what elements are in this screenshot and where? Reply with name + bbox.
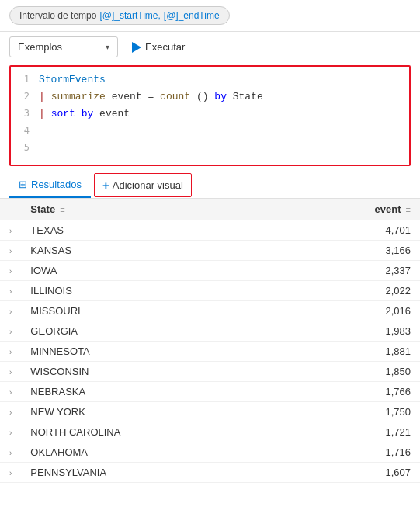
code-content-2: | summarize event = count () by State [39, 91, 263, 102]
time-interval-pill[interactable]: Intervalo de tempo [@]_startTime, [@]_en… [9, 6, 230, 25]
chevron-right-icon: › [9, 247, 12, 255]
code-content-1: StormEvents [39, 74, 106, 85]
state-cell: KANSAS [21, 241, 286, 261]
state-cell: NEW YORK [21, 402, 286, 422]
state-col-label: State [30, 203, 55, 215]
expander-header [0, 199, 21, 220]
expand-cell[interactable]: › [0, 442, 21, 463]
event-cell: 1,850 [286, 362, 420, 382]
chevron-right-icon: › [9, 429, 12, 437]
play-icon [132, 42, 141, 53]
state-cell: NORTH CAROLINA [21, 422, 286, 442]
code-editor[interactable]: 1 StormEvents 2 | summarize event = coun… [9, 65, 411, 166]
line-number-2: 2 [11, 91, 39, 102]
chevron-right-icon: › [9, 267, 12, 276]
table-row: › NEBRASKA 1,766 [0, 382, 420, 402]
chevron-right-icon: › [9, 227, 12, 235]
start-param: [@]_startTime, [99, 10, 160, 21]
expand-cell[interactable]: › [0, 241, 21, 261]
results-container: State ≡ event ≡ › TEXAS 4,701 [0, 199, 420, 483]
line-number-5: 5 [11, 142, 39, 153]
tab-results-label: Resultados [31, 179, 82, 190]
state-cell: NEBRASKA [21, 382, 286, 402]
event-filter-icon[interactable]: ≡ [406, 205, 411, 214]
plus-icon: + [102, 179, 109, 192]
state-cell: MINNESOTA [21, 342, 286, 362]
time-bar: Intervalo de tempo [@]_startTime, [@]_en… [0, 0, 420, 32]
table-row: › WISCONSIN 1,850 [0, 362, 420, 382]
code-line-2: 2 | summarize event = count () by State [11, 90, 409, 107]
col-header-state[interactable]: State ≡ [21, 199, 286, 220]
event-cell: 1,716 [286, 442, 420, 463]
chevron-right-icon: › [9, 449, 12, 457]
state-cell: OKLAHOMA [21, 442, 286, 463]
results-table: State ≡ event ≡ › TEXAS 4,701 [0, 199, 420, 483]
event-cell: 2,016 [286, 301, 420, 321]
expand-cell[interactable]: › [0, 261, 21, 281]
code-line-1: 1 StormEvents [11, 73, 409, 90]
expand-cell[interactable]: › [0, 281, 21, 301]
code-content-3: | sort by event [39, 108, 130, 120]
table-row: › MISSOURI 2,016 [0, 301, 420, 321]
dropdown-label: Exemplos [18, 41, 62, 53]
event-cell: 1,607 [286, 463, 420, 483]
event-cell: 1,881 [286, 342, 420, 362]
event-cell: 4,701 [286, 220, 420, 241]
event-col-label: event [375, 203, 401, 215]
line-number-1: 1 [11, 74, 39, 85]
chevron-down-icon: ▾ [106, 43, 109, 51]
state-cell: WISCONSIN [21, 362, 286, 382]
expand-cell[interactable]: › [0, 382, 21, 402]
run-label: Executar [145, 41, 185, 53]
state-filter-icon[interactable]: ≡ [60, 205, 64, 214]
tabs-bar: ⊞ Resultados + Adicionar visual [0, 172, 420, 199]
examples-dropdown[interactable]: Exemplos ▾ [9, 36, 118, 57]
event-cell: 2,022 [286, 281, 420, 301]
line-number-4: 4 [11, 125, 39, 136]
code-line-5: 5 [11, 141, 409, 158]
chevron-right-icon: › [9, 408, 12, 417]
state-cell: PENNSYLVANIA [21, 463, 286, 483]
table-icon: ⊞ [19, 179, 27, 190]
expand-cell[interactable]: › [0, 402, 21, 422]
chevron-right-icon: › [9, 469, 12, 477]
expand-cell[interactable]: › [0, 463, 21, 483]
expand-cell[interactable]: › [0, 362, 21, 382]
chevron-right-icon: › [9, 368, 12, 377]
toolbar: Exemplos ▾ Executar [0, 32, 420, 62]
chevron-right-icon: › [9, 328, 12, 336]
code-line-4: 4 [11, 124, 409, 141]
expand-cell[interactable]: › [0, 321, 21, 342]
table-row: › GEORGIA 1,983 [0, 321, 420, 342]
table-row: › TEXAS 4,701 [0, 220, 420, 241]
state-cell: GEORGIA [21, 321, 286, 342]
event-cell: 1,750 [286, 402, 420, 422]
add-visual-label: Adicionar visual [113, 179, 183, 191]
col-header-event[interactable]: event ≡ [286, 199, 420, 220]
table-row: › KANSAS 3,166 [0, 241, 420, 261]
chevron-right-icon: › [9, 287, 12, 296]
expand-cell[interactable]: › [0, 301, 21, 321]
event-cell: 1,766 [286, 382, 420, 402]
expand-cell[interactable]: › [0, 220, 21, 241]
table-row: › PENNSYLVANIA 1,607 [0, 463, 420, 483]
event-cell: 3,166 [286, 241, 420, 261]
state-cell: ILLINOIS [21, 281, 286, 301]
run-button[interactable]: Executar [126, 38, 191, 56]
expand-cell[interactable]: › [0, 422, 21, 442]
state-cell: MISSOURI [21, 301, 286, 321]
state-cell: TEXAS [21, 220, 286, 241]
table-header-row: State ≡ event ≡ [0, 199, 420, 220]
expand-cell[interactable]: › [0, 342, 21, 362]
event-cell: 1,983 [286, 321, 420, 342]
tab-results[interactable]: ⊞ Resultados [9, 172, 91, 198]
event-cell: 1,721 [286, 422, 420, 442]
time-label: Intervalo de tempo [19, 10, 96, 21]
table-row: › IOWA 2,337 [0, 261, 420, 281]
end-param: [@]_endTime [164, 10, 220, 21]
table-row: › OKLAHOMA 1,716 [0, 442, 420, 463]
chevron-right-icon: › [9, 307, 12, 316]
event-cell: 2,337 [286, 261, 420, 281]
add-visual-tab[interactable]: + Adicionar visual [94, 173, 192, 197]
state-cell: IOWA [21, 261, 286, 281]
